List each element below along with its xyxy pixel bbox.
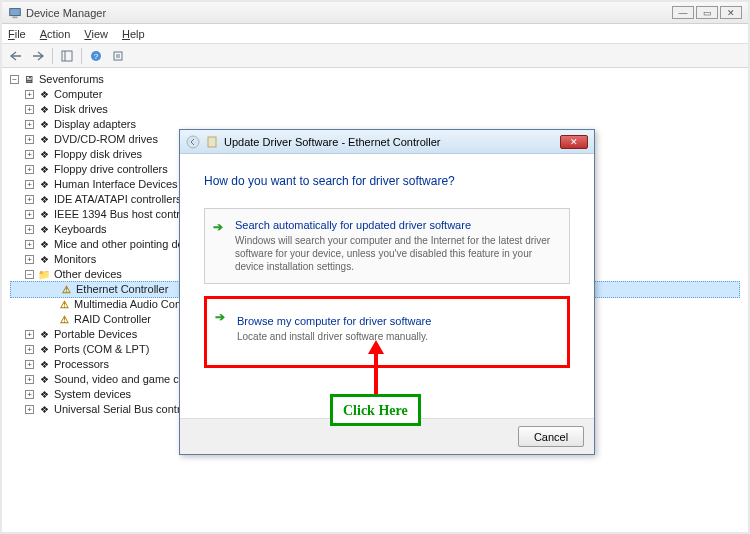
arrow-icon: ➔ — [213, 220, 223, 234]
tree-label: Disk drives — [54, 102, 108, 117]
tree-label: DVD/CD-ROM drives — [54, 132, 158, 147]
title-bar: Device Manager — ▭ ✕ — [2, 2, 748, 24]
warning-icon: ⚠ — [59, 284, 73, 296]
expand-icon[interactable]: + — [25, 345, 34, 354]
collapse-icon[interactable]: − — [25, 270, 34, 279]
arrow-icon: ➔ — [215, 310, 225, 324]
device-icon: ❖ — [37, 374, 51, 386]
device-icon: ❖ — [37, 329, 51, 341]
tree-item[interactable]: +❖Disk drives — [10, 102, 740, 117]
tree-label: Human Interface Devices — [54, 177, 178, 192]
close-button[interactable]: ✕ — [720, 6, 742, 19]
expand-icon[interactable]: + — [25, 405, 34, 414]
expand-icon[interactable]: + — [25, 240, 34, 249]
dialog-title: Update Driver Software - Ethernet Contro… — [224, 136, 440, 148]
other-devices-icon: 📁 — [37, 269, 51, 281]
tree-label: Ports (COM & LPT) — [54, 342, 149, 357]
menu-action[interactable]: Action — [40, 28, 71, 40]
annotation-label-box: Click Here — [330, 394, 421, 426]
option-search-automatically[interactable]: ➔ Search automatically for updated drive… — [204, 208, 570, 284]
collapse-icon[interactable]: − — [10, 75, 19, 84]
tree-label: System devices — [54, 387, 131, 402]
menu-help[interactable]: Help — [122, 28, 145, 40]
device-icon: ❖ — [37, 134, 51, 146]
svg-text:?: ? — [94, 52, 99, 61]
option-desc: Windows will search your computer and th… — [235, 234, 557, 273]
tree-label: Ethernet Controller — [76, 282, 168, 297]
svg-rect-0 — [10, 8, 21, 15]
device-icon: ❖ — [37, 224, 51, 236]
driver-icon — [206, 135, 218, 149]
expand-icon[interactable]: + — [25, 90, 34, 99]
dialog-title-bar: Update Driver Software - Ethernet Contro… — [180, 130, 594, 154]
menu-view[interactable]: View — [84, 28, 108, 40]
option-desc: Locate and install driver software manua… — [237, 330, 555, 343]
expand-icon[interactable]: + — [25, 165, 34, 174]
option-title: Search automatically for updated driver … — [235, 219, 557, 231]
device-icon: ❖ — [37, 149, 51, 161]
tree-label: Other devices — [54, 267, 122, 282]
maximize-button[interactable]: ▭ — [696, 6, 718, 19]
expand-icon[interactable]: + — [25, 105, 34, 114]
expand-icon[interactable]: + — [25, 135, 34, 144]
device-icon: ❖ — [37, 179, 51, 191]
menu-bar: File Action View Help — [2, 24, 748, 44]
show-hide-tree-button[interactable] — [57, 46, 77, 66]
menu-file[interactable]: File — [8, 28, 26, 40]
annotation-label: Click Here — [343, 403, 408, 418]
expand-icon[interactable]: + — [25, 180, 34, 189]
svg-rect-6 — [114, 52, 122, 60]
cancel-button[interactable]: Cancel — [518, 426, 584, 447]
expand-icon[interactable]: + — [25, 360, 34, 369]
dialog-close-button[interactable]: ✕ — [560, 135, 588, 149]
expand-icon[interactable]: + — [25, 390, 34, 399]
device-icon: ❖ — [37, 209, 51, 221]
tree-label: RAID Controller — [74, 312, 151, 327]
option-browse-computer[interactable]: ➔ Browse my computer for driver software… — [204, 296, 570, 368]
svg-point-9 — [187, 136, 199, 148]
device-icon: ❖ — [37, 119, 51, 131]
device-icon: ❖ — [37, 89, 51, 101]
dialog-body: How do you want to search for driver sof… — [180, 154, 594, 388]
window-title: Device Manager — [26, 7, 106, 19]
device-icon: ❖ — [37, 359, 51, 371]
expand-icon[interactable]: + — [25, 120, 34, 129]
device-icon: ❖ — [37, 389, 51, 401]
svg-rect-1 — [12, 16, 17, 18]
tree-root-label: Sevenforums — [39, 72, 104, 87]
device-manager-icon — [8, 6, 22, 20]
tree-label: Keyboards — [54, 222, 107, 237]
device-icon: ❖ — [37, 404, 51, 416]
tree-root[interactable]: − 🖥 Sevenforums — [10, 72, 740, 87]
forward-button[interactable] — [28, 46, 48, 66]
expand-icon[interactable]: + — [25, 330, 34, 339]
back-icon[interactable] — [186, 135, 200, 149]
device-icon: ❖ — [37, 239, 51, 251]
expand-icon[interactable]: + — [25, 255, 34, 264]
tree-label: Display adapters — [54, 117, 136, 132]
tree-item[interactable]: +❖Computer — [10, 87, 740, 102]
tree-label: Portable Devices — [54, 327, 137, 342]
expand-icon[interactable]: + — [25, 195, 34, 204]
computer-icon: 🖥 — [22, 74, 36, 86]
device-icon: ❖ — [37, 254, 51, 266]
properties-button[interactable] — [108, 46, 128, 66]
warning-icon: ⚠ — [57, 299, 71, 311]
minimize-button[interactable]: — — [672, 6, 694, 19]
expand-icon[interactable]: + — [25, 375, 34, 384]
help-button[interactable]: ? — [86, 46, 106, 66]
expand-icon[interactable]: + — [25, 210, 34, 219]
device-icon: ❖ — [37, 104, 51, 116]
expand-icon[interactable]: + — [25, 150, 34, 159]
option-title: Browse my computer for driver software — [237, 315, 555, 327]
warning-icon: ⚠ — [57, 314, 71, 326]
tree-label: Mice and other pointing devic — [54, 237, 197, 252]
back-button[interactable] — [6, 46, 26, 66]
tree-label: Floppy disk drives — [54, 147, 142, 162]
tree-label: Processors — [54, 357, 109, 372]
device-icon: ❖ — [37, 164, 51, 176]
tree-label: Floppy drive controllers — [54, 162, 168, 177]
expand-icon[interactable]: + — [25, 225, 34, 234]
tree-label: IDE ATA/ATAPI controllers — [54, 192, 182, 207]
svg-rect-2 — [62, 51, 72, 61]
